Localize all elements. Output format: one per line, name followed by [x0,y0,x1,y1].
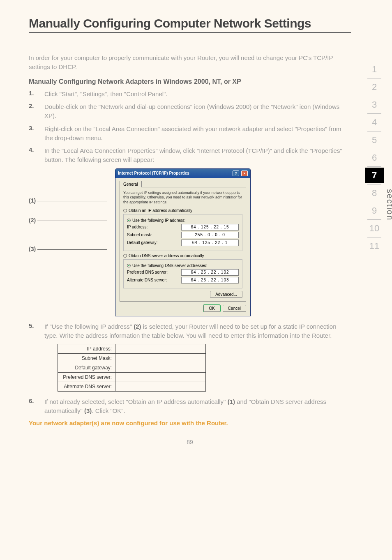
subnet-mask-label: Subnet mask: [127,233,152,237]
step-1: 1. Click "Start", "Settings", then "Cont… [29,90,351,99]
table-label: IP address: [58,344,115,354]
step-5: 5. If "Use the following IP address" (2)… [29,322,351,340]
ip-address-label: IP address: [127,225,148,229]
radio-label: Use the following IP address: [132,218,185,223]
sidenav-item-9[interactable]: 9 [365,203,384,219]
table-cell [115,354,206,363]
callout-3: (3) [29,246,36,252]
table-cell [115,373,206,382]
radio-icon [127,219,131,222]
sidenav-item-4[interactable]: 4 [365,115,384,130]
callout-2: (2) [29,217,36,224]
step-number: 1. [29,90,37,99]
step-text: Click "Start", "Settings", then "Control… [44,90,351,99]
tcpip-properties-dialog: Internet Protocol (TCP/IP) Properties ? … [115,168,251,316]
dialog-title: Internet Protocol (TCP/IP) Properties [118,171,189,175]
step-text: In the "Local Area Connection Properties… [44,146,351,164]
general-tab[interactable]: General [120,181,142,187]
sidenav-item-1[interactable]: 1 [365,62,384,77]
callout-1: (1) [29,197,36,204]
step-number: 2. [29,102,37,120]
help-icon[interactable]: ? [233,171,239,176]
table-label: Default gateway: [58,363,115,373]
use-following-ip-radio[interactable]: Use the following IP address: [127,218,239,223]
step-text: If "Use the following IP address" (2) is… [44,322,351,340]
close-icon[interactable]: × [241,171,248,176]
cancel-button[interactable]: Cancel [223,305,246,312]
page-number: 89 [29,439,351,445]
section-vertical-label: section [385,189,392,221]
step-number: 3. [29,124,37,143]
step-3: 3. Right-click on the "Local Area Connec… [29,124,351,143]
table-label: Alternate DNS server: [58,382,115,392]
closing-note: Your network adapter(s) are now configur… [29,419,351,426]
sidenav-item-5[interactable]: 5 [365,132,384,148]
sidenav-item-10[interactable]: 10 [365,221,384,236]
title-rule [29,32,351,33]
obtain-ip-auto-radio[interactable]: Obtain an IP address automatically [123,208,242,213]
callout-column: (1) (2) (3) [29,168,111,316]
ip-address-field[interactable]: 64 . 125 . 22 . 15 [181,224,239,230]
step-number: 4. [29,146,37,164]
dialog-figure: (1) (2) (3) Internet Protocol (TCP/IP) P… [29,168,351,316]
blank-ip-table: IP address: Subnet Mask: Default gateway… [58,344,206,392]
sidenav-item-2[interactable]: 2 [365,79,384,95]
table-label: Subnet Mask: [58,354,115,363]
table-cell [115,344,206,354]
table-cell [115,382,206,392]
section-sidenav: 1 2 3 4 5 6 7 8 9 10 11 [365,62,384,254]
step-text: If not already selected, select "Obtain … [44,397,351,415]
alternate-dns-field[interactable]: 64 . 25 . 22 . 103 [181,277,239,283]
sidenav-item-11[interactable]: 11 [365,238,384,254]
dialog-description: You can get IP settings assigned automat… [123,191,242,205]
sidenav-item-6[interactable]: 6 [365,150,384,166]
alternate-dns-label: Alternate DNS server: [127,278,167,282]
dialog-titlebar: Internet Protocol (TCP/IP) Properties ? … [115,169,250,178]
default-gateway-label: Default gateway: [127,240,158,245]
intro-paragraph: In order for your computer to properly c… [29,53,351,71]
obtain-dns-auto-radio[interactable]: Obtain DNS server address automatically [123,253,242,258]
step-text: Double-click on the "Network and dial-up… [44,102,351,120]
step-4: 4. In the "Local Area Connection Propert… [29,146,351,164]
page-title: Manually Configuring Computer Network Se… [29,16,351,30]
sidenav-item-7[interactable]: 7 [365,168,384,183]
step-6: 6. If not already selected, select "Obta… [29,397,351,415]
table-cell [115,363,206,373]
advanced-button[interactable]: Advanced... [210,291,242,298]
preferred-dns-field[interactable]: 64 . 25 . 22 . 102 [181,269,239,276]
default-gateway-field[interactable]: 64 . 125 . 22 . 1 [181,240,239,246]
section-subheading: Manually Configuring Network Adapters in… [29,78,351,85]
step-2: 2. Double-click on the "Network and dial… [29,102,351,120]
subnet-mask-field[interactable]: 255 . 0 . 0 . 0 [181,232,239,238]
radio-label: Use the following DNS server addresses: [132,263,207,268]
sidenav-item-8[interactable]: 8 [365,185,384,201]
radio-icon [123,254,127,258]
use-following-dns-radio[interactable]: Use the following DNS server addresses: [127,263,239,268]
table-label: Preferred DNS server: [58,373,115,382]
step-text: Right-click on the "Local Area Connectio… [44,124,351,143]
sidenav-item-3[interactable]: 3 [365,97,384,113]
radio-label: Obtain DNS server address automatically [129,253,204,258]
radio-icon [123,209,127,212]
ok-button[interactable]: OK [203,305,220,312]
step-number: 6. [29,397,37,415]
radio-icon [127,264,131,267]
step-number: 5. [29,322,37,340]
radio-label: Obtain an IP address automatically [129,208,192,213]
preferred-dns-label: Preferred DNS server: [127,270,168,274]
